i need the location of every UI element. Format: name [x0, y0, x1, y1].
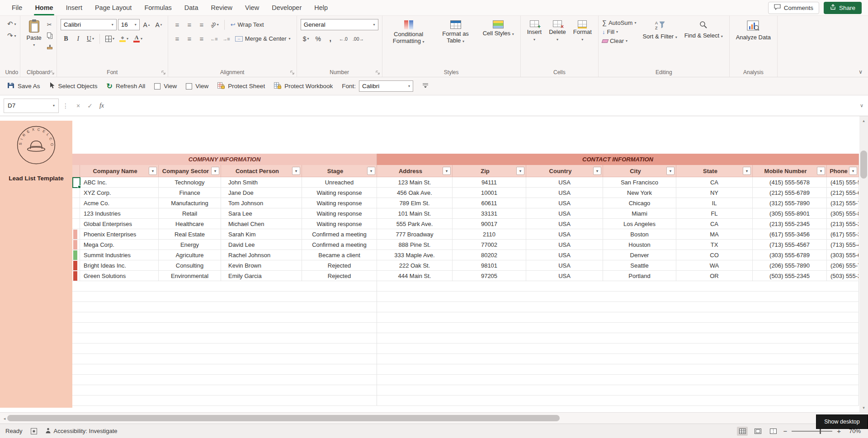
cell-contact[interactable]: Michael Chen: [221, 219, 302, 229]
fill-button[interactable]: ↓Fill▾: [602, 28, 636, 35]
filter-button-state[interactable]: ▾: [743, 167, 751, 175]
increase-font-size-button[interactable]: A▴: [141, 19, 152, 30]
analyze-data-button[interactable]: Analyze Data: [733, 19, 774, 42]
cell-mobile[interactable]: (312) 555-7890: [753, 198, 827, 208]
orientation-button[interactable]: ab▾: [208, 19, 221, 30]
cell-state[interactable]: FL: [676, 208, 753, 218]
decrease-font-size-button[interactable]: A▾: [153, 19, 164, 30]
cell-mobile[interactable]: (617) 555-3456: [753, 229, 827, 239]
cell-contact[interactable]: John Smith: [221, 177, 302, 187]
menu-tab-file[interactable]: File: [5, 0, 28, 15]
empty-row[interactable]: [72, 385, 859, 396]
formula-input[interactable]: [110, 99, 855, 113]
decrease-indent-button[interactable]: ←≡: [208, 33, 219, 44]
font-picker-select[interactable]: Calibri▾: [359, 80, 413, 92]
cell-address[interactable]: 123 Main St.: [377, 177, 453, 187]
scroll-down-icon[interactable]: ▾: [859, 403, 868, 412]
cell-state[interactable]: OR: [676, 271, 753, 281]
cell-phone[interactable]: (206) 555-7890: [827, 260, 859, 270]
selected-cell-outline[interactable]: [72, 177, 80, 188]
section-contact-information[interactable]: CONTACT INFORMATION: [377, 154, 859, 165]
cell-stage[interactable]: Waiting response: [302, 208, 377, 218]
menu-tab-page-layout[interactable]: Page Layout: [89, 0, 138, 15]
cell-sector[interactable]: Consulting: [159, 260, 221, 270]
cell-phone[interactable]: (503) 555-2345: [827, 271, 859, 281]
column-header-contact-person[interactable]: Contact Person▾: [221, 165, 302, 177]
cell-company[interactable]: Mega Corp.: [80, 240, 159, 250]
protect-sheet-button[interactable]: Protect Sheet: [217, 82, 265, 90]
cell-sector[interactable]: Energy: [159, 240, 221, 250]
empty-row[interactable]: [72, 396, 859, 406]
font-name-select[interactable]: Calibri▾: [61, 19, 117, 30]
cell-country[interactable]: USA: [526, 229, 603, 239]
conditional-formatting-button[interactable]: Conditional Formatting ▾: [386, 19, 431, 46]
cell-zip[interactable]: 94111: [453, 177, 526, 187]
cell-city[interactable]: San Francisco: [603, 177, 676, 187]
row-indicator-cell[interactable]: [72, 271, 80, 281]
format-cells-button[interactable]: Format▾: [571, 19, 594, 44]
menu-tab-review[interactable]: Review: [204, 0, 239, 15]
cell-address[interactable]: 222 Oak St.: [377, 260, 453, 270]
row-indicator-cell[interactable]: [72, 219, 80, 229]
cell-sector[interactable]: Manufacturing: [159, 198, 221, 208]
cell-state[interactable]: NY: [676, 188, 753, 198]
row-indicator-cell[interactable]: [72, 198, 80, 208]
cell-stage[interactable]: Rejected: [302, 260, 377, 270]
align-center-button[interactable]: ≡: [184, 33, 195, 44]
filter-button-address[interactable]: ▾: [443, 167, 451, 175]
cell-company[interactable]: Green Solutions: [80, 271, 159, 281]
page-break-view-icon[interactable]: [768, 427, 778, 436]
column-header-company-sector[interactable]: Company Sector▾: [159, 165, 221, 177]
insert-function-icon[interactable]: fx: [96, 102, 108, 109]
cell-zip[interactable]: 10001: [453, 188, 526, 198]
comma-style-button[interactable]: ,: [325, 33, 336, 44]
menu-tab-view[interactable]: View: [239, 0, 265, 15]
cell-country[interactable]: USA: [526, 177, 603, 187]
cell-sector[interactable]: Technology: [159, 177, 221, 187]
empty-row[interactable]: [72, 354, 859, 364]
increase-decimal-button[interactable]: ←.0: [337, 33, 349, 44]
cell-company[interactable]: Bright Ideas Inc.: [80, 260, 159, 270]
merge-center-button[interactable]: ↔Merge & Center▾: [233, 33, 293, 44]
cell-state[interactable]: CA: [676, 177, 753, 187]
filter-button-company-name[interactable]: ▾: [149, 167, 157, 175]
row-indicator-cell[interactable]: [72, 240, 80, 250]
cell-phone[interactable]: (303) 555-6789: [827, 250, 859, 260]
cell-mobile[interactable]: (713) 555-4567: [753, 240, 827, 250]
filter-button-country[interactable]: ▾: [593, 167, 601, 175]
vertical-scroll-thumb[interactable]: [860, 151, 867, 179]
filter-button-zip[interactable]: ▾: [516, 167, 524, 175]
align-middle-button[interactable]: ≡: [184, 19, 195, 30]
find-select-button[interactable]: Find & Select ▾: [682, 19, 726, 41]
cell-city[interactable]: Portland: [603, 271, 676, 281]
cell-mobile[interactable]: (206) 555-7890: [753, 260, 827, 270]
cell-country[interactable]: USA: [526, 250, 603, 260]
cell-zip[interactable]: 80202: [453, 250, 526, 260]
cell-city[interactable]: Boston: [603, 229, 676, 239]
zoom-slider-thumb[interactable]: [820, 429, 821, 434]
font-size-select[interactable]: 16▾: [118, 19, 140, 30]
underline-button[interactable]: U▾: [85, 33, 96, 44]
cell-contact[interactable]: Sarah Kim: [221, 229, 302, 239]
spreadsheet[interactable]: COMPANY INFORMATION CONTACT INFORMATION …: [72, 116, 859, 412]
menu-tab-data[interactable]: Data: [178, 0, 205, 15]
percent-style-button[interactable]: %: [313, 33, 324, 44]
menu-tab-insert[interactable]: Insert: [60, 0, 89, 15]
empty-row[interactable]: [72, 312, 859, 323]
cell-zip[interactable]: 33131: [453, 208, 526, 218]
column-header-zip[interactable]: Zip▾: [453, 165, 526, 177]
cell-stage[interactable]: Unreached: [302, 177, 377, 187]
cell-state[interactable]: MA: [676, 229, 753, 239]
cell-contact[interactable]: Sara Lee: [221, 208, 302, 218]
insert-cells-button[interactable]: Insert▾: [524, 19, 545, 44]
cell-company[interactable]: Global Enterprises: [80, 219, 159, 229]
empty-row[interactable]: [72, 281, 859, 292]
cell-phone[interactable]: (617) 555-3456: [827, 229, 859, 239]
checkbox-icon[interactable]: [154, 83, 160, 89]
column-header-country[interactable]: Country▾: [526, 165, 603, 177]
cell-state[interactable]: TX: [676, 240, 753, 250]
cell-contact[interactable]: Emily Garcia: [221, 271, 302, 281]
font-color-button[interactable]: A▾: [132, 33, 144, 44]
cell-sector[interactable]: Finance: [159, 188, 221, 198]
select-objects-button[interactable]: Select Objects: [49, 82, 98, 90]
